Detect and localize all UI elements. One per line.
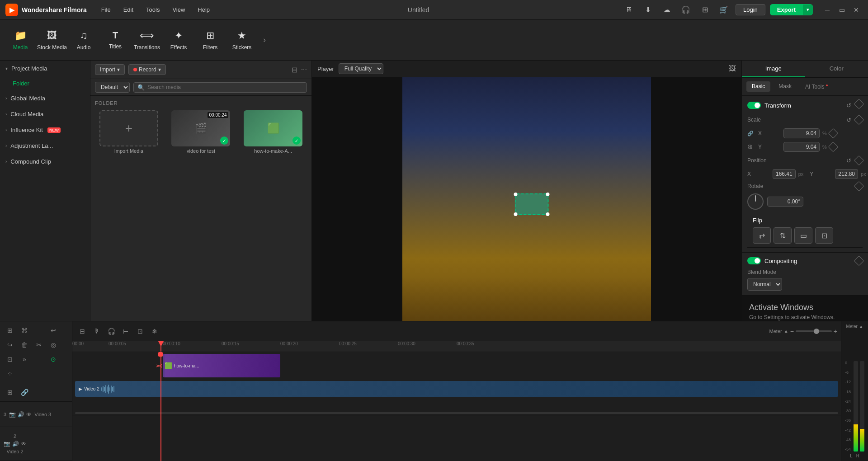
fullscreen-icon[interactable]: 🖼 [729,65,736,73]
zoom-in-icon[interactable]: + [834,328,837,335]
tl-freeze-icon[interactable]: ❄ [148,325,161,338]
flip-btn4[interactable]: ⊡ [815,227,833,244]
filter-icon[interactable]: ⊟ [292,66,297,74]
rotate-keyframe-btn[interactable] [854,181,864,192]
list-item[interactable]: 🎬 00:00:24 ✓ video for test [167,110,235,154]
tl-select-icon[interactable]: ◎ [47,339,60,351]
video3-clip[interactable]: 🟩 how-to-ma... [163,354,280,377]
how-to-make-thumb[interactable]: 🟩 ✓ [244,110,302,146]
position-keyframe-btn[interactable] [854,155,864,166]
tl-transform-icon[interactable]: ⊡ [4,353,16,366]
tl-magnet-icon[interactable]: ⌘ [18,324,31,337]
toolbar-more-button[interactable]: › [258,22,271,58]
toolbar-effects[interactable]: ✦ Effects [163,22,194,58]
scale-x-keyframe[interactable] [828,128,838,139]
flip-btn3[interactable]: ▭ [794,227,812,244]
shop-icon[interactable]: 🛒 [717,3,731,17]
scale-reset-icon[interactable]: ↺ [844,115,854,125]
sidebar-item-influence-kit[interactable]: › Influence Kit NEW [0,122,90,138]
compositing-toggle[interactable] [747,257,761,264]
sidebar-item-global-media[interactable]: › Global Media [0,90,90,106]
minimize-button[interactable]: ─ [821,4,834,16]
cloud-icon[interactable]: ☁ [660,3,674,17]
subtab-basic[interactable]: Basic [746,81,770,92]
tab-color[interactable]: Color [805,61,868,77]
track3-eye-icon[interactable]: 👁 [26,411,32,418]
toolbar-audio[interactable]: ♫ Audio [68,22,99,58]
toolbar-filters[interactable]: ⊞ Filters [194,22,226,58]
search-input[interactable] [147,84,303,90]
monitor-icon[interactable]: 🖥 [622,3,636,17]
tl-cut-icon[interactable]: ✂ [33,339,45,351]
export-label[interactable]: Export [770,4,803,15]
pos-x-field[interactable]: 166.41 [773,169,796,179]
list-item[interactable]: 🟩 ✓ how-to-make-A... [239,110,307,154]
export-button[interactable]: Export ▾ [770,4,813,15]
rotate-wheel[interactable] [747,193,764,210]
download-icon[interactable]: ⬇ [641,3,655,17]
track3-add-icon[interactable]: 📷 [9,411,16,418]
login-button[interactable]: Login [736,4,765,15]
sidebar-item-folder[interactable]: Folder [0,76,90,90]
sidebar-item-cloud-media[interactable]: › Cloud Media [0,106,90,122]
tl-undo-icon[interactable]: ↩ [47,324,60,337]
tl-link-icon[interactable]: 🔗 [18,386,31,399]
sidebar-item-compound-clip[interactable]: › Compound Clip [0,154,90,169]
tl-mic-icon[interactable]: 🎙 [90,325,103,338]
sidebar-item-project-media[interactable]: ▾ Project Media [0,61,90,76]
flip-horizontal-button[interactable]: ⇄ [753,227,771,244]
toolbar-titles[interactable]: T Titles [99,22,131,58]
search-box[interactable]: 🔍 [133,82,307,93]
list-item[interactable]: + Import Media [95,110,163,154]
track2-volume-icon[interactable]: 🔊 [12,441,19,447]
zoom-slider[interactable] [796,330,832,332]
compositing-keyframe-btn[interactable] [854,256,864,266]
more-options-icon[interactable]: ··· [301,66,307,74]
track2-camera-icon[interactable]: 📷 [4,441,10,447]
flip-vertical-button[interactable]: ⇅ [774,227,792,244]
transform-toggle[interactable] [747,102,761,109]
pos-y-field[interactable]: 212.80 [835,169,858,179]
maximize-button[interactable]: ▭ [835,4,848,16]
subtab-mask[interactable]: Mask [773,81,797,92]
menu-view[interactable]: View [167,5,190,15]
close-button[interactable]: ✕ [850,4,863,16]
video2-audio-clip[interactable]: ▶ Video 2 [75,381,838,397]
track3-volume-icon[interactable]: 🔊 [18,411,24,418]
tl-headphones-icon[interactable]: 🎧 [105,325,118,338]
tl-delete-icon[interactable]: 🗑 [18,339,31,351]
headset-icon[interactable]: 🎧 [679,3,693,17]
grid-icon[interactable]: ⊞ [698,3,712,17]
export-arrow-icon[interactable]: ▾ [803,5,813,15]
transform-reset-icon[interactable]: ↺ [844,100,854,110]
tl-more-icon[interactable]: » [18,353,31,366]
blend-mode-select[interactable]: Normal [747,278,782,291]
rotate-value-field[interactable]: 0.00° [767,197,803,207]
sidebar-item-adjustment[interactable]: › Adjustment La... [0,138,90,154]
tl-grid-icon[interactable]: ⊞ [4,324,16,337]
scale-y-keyframe[interactable] [828,142,838,152]
import-button[interactable]: Import ▾ [95,64,125,75]
quality-select[interactable]: Full Quality [339,63,383,74]
tl-add-track-icon[interactable]: ⊞ [4,386,16,399]
toolbar-transitions[interactable]: ⟺ Transitions [131,22,163,58]
menu-help[interactable]: Help [192,5,215,15]
video-test-thumb[interactable]: 🎬 00:00:24 ✓ [171,110,230,146]
tl-redo-icon[interactable]: ↪ [4,339,16,351]
tl-pip-icon[interactable]: ⊡ [134,325,146,338]
transform-keyframe-icon[interactable] [854,99,864,109]
tl-dots-icon[interactable]: ⁘ [4,367,16,380]
tl-snap-icon[interactable]: ⊟ [76,325,89,338]
tl-split-icon[interactable]: ⊢ [119,325,132,338]
subtab-ai-tools[interactable]: AI Tools ● [800,81,834,92]
position-reset-icon[interactable]: ↺ [844,155,854,165]
toolbar-stickers[interactable]: ★ Stickers [226,22,258,58]
record-button[interactable]: Record ▾ [128,64,166,75]
tl-circle-icon[interactable]: ⊙ [47,353,60,366]
scale-x-field[interactable]: 9.04 [783,128,820,138]
toolbar-stock-media[interactable]: 🖼 Stock Media [36,22,68,58]
zoom-out-icon[interactable]: − [790,328,794,335]
scroll-indicator[interactable] [75,412,838,414]
scale-keyframe-btn[interactable] [854,115,864,125]
menu-file[interactable]: File [96,5,116,15]
